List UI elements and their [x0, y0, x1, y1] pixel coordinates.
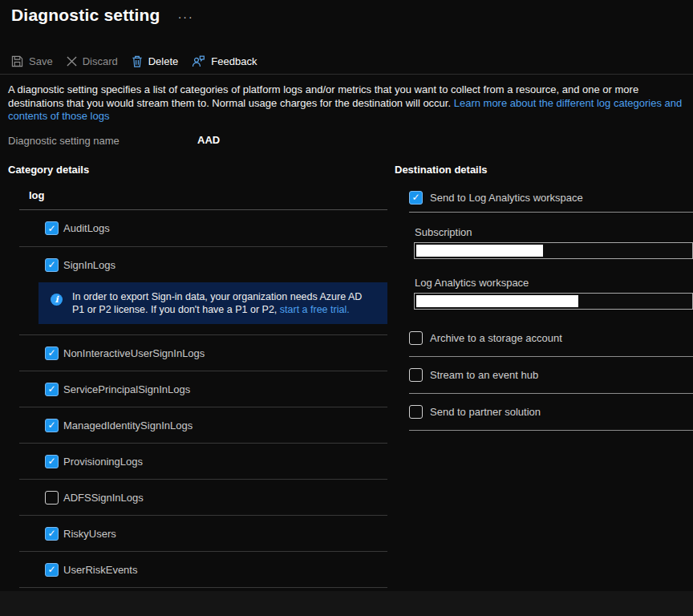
category-label: ADFSSignInLogs	[63, 492, 144, 504]
destination-row: ✓ Send to Log Analytics workspace	[409, 183, 693, 213]
category-row: ✓ ManagedIdentitySignInLogs	[19, 407, 387, 444]
subscription-dropdown[interactable]	[414, 242, 693, 259]
destination-row: Send to partner solution	[409, 394, 693, 431]
checkbox-risky-users[interactable]: ✓	[45, 527, 59, 541]
checkbox-send-to-log-analytics[interactable]: ✓	[409, 191, 423, 205]
delete-label: Delete	[148, 55, 179, 67]
workspace-selected-value	[416, 295, 578, 307]
category-row: ✓ ProvisioningLogs	[19, 444, 387, 480]
subscription-label: Subscription	[415, 226, 693, 238]
category-row: ✓ ServicePrincipalSignInLogs	[19, 371, 387, 407]
delete-icon	[132, 55, 143, 67]
signin-info-banner: i In order to export Sign-in data, your …	[38, 282, 387, 324]
destination-label: Send to partner solution	[430, 406, 541, 418]
page-title: Diagnostic setting	[11, 6, 160, 25]
page-header: Diagnostic setting ···	[11, 6, 194, 25]
more-options-button[interactable]: ···	[178, 13, 194, 21]
destination-details-title: Destination details	[395, 164, 488, 176]
checkbox-stream-event-hub[interactable]	[409, 368, 423, 382]
category-row: ✓ AuditLogs	[19, 210, 387, 247]
workspace-label: Log Analytics workspace	[415, 277, 693, 289]
category-label: NonInteractiveUserSignInLogs	[63, 347, 205, 359]
subscription-selected-value	[416, 245, 543, 257]
category-label: UserRiskEvents	[63, 564, 137, 576]
checkbox-service-principal-sign-in-logs[interactable]: ✓	[45, 383, 59, 396]
command-bar: Save Discard Delete Feedback	[11, 51, 257, 71]
diagnostic-setting-name-label: Diagnostic setting name	[8, 135, 120, 147]
destination-list: ✓ Send to Log Analytics workspace Subscr…	[395, 183, 693, 431]
delete-button[interactable]: Delete	[132, 54, 179, 69]
workspace-dropdown[interactable]	[414, 293, 693, 310]
destination-row: Archive to a storage account	[409, 320, 693, 357]
checkbox-sign-in-logs[interactable]: ✓	[45, 258, 59, 272]
feedback-button[interactable]: Feedback	[192, 54, 257, 69]
discard-label: Discard	[83, 55, 118, 67]
category-row: ✓ RiskyUsers	[19, 516, 387, 552]
destination-row: Stream to an event hub	[409, 357, 693, 394]
checkbox-send-partner-solution[interactable]	[409, 405, 423, 419]
category-row: ADFSSignInLogs	[19, 480, 387, 516]
save-button[interactable]: Save	[11, 54, 53, 69]
save-label: Save	[29, 55, 53, 67]
category-label: ProvisioningLogs	[63, 456, 143, 468]
category-row: ✓ UserRiskEvents	[19, 552, 387, 588]
description-text: A diagnostic setting specifies a list of…	[8, 83, 687, 124]
category-label: SignInLogs	[63, 259, 116, 271]
category-row: ✓ NonInteractiveUserSignInLogs	[19, 335, 387, 371]
destination-label: Stream to an event hub	[430, 369, 538, 381]
checkbox-audit-logs[interactable]: ✓	[45, 221, 59, 235]
category-details-title: Category details	[8, 164, 89, 176]
destination-label: Archive to a storage account	[430, 332, 562, 344]
category-list: log ✓ AuditLogs ✓ SignInLogs i In order …	[19, 189, 387, 588]
toolbar-divider	[0, 74, 693, 75]
diagnostic-setting-name-value: AAD	[197, 134, 220, 146]
category-label: ServicePrincipalSignInLogs	[63, 383, 190, 395]
discard-button[interactable]: Discard	[67, 54, 118, 69]
destination-label: Send to Log Analytics workspace	[430, 192, 583, 204]
discard-icon	[67, 56, 77, 67]
log-group-header: log	[19, 189, 387, 209]
category-label: ManagedIdentitySignInLogs	[63, 419, 192, 432]
category-label: AuditLogs	[63, 222, 110, 234]
category-row: ✓ SignInLogs	[19, 247, 387, 282]
info-icon: i	[51, 294, 63, 306]
category-label: RiskyUsers	[63, 528, 116, 540]
checkbox-non-interactive-user-sign-in-logs[interactable]: ✓	[45, 346, 59, 360]
feedback-icon	[192, 55, 205, 67]
checkbox-user-risk-events[interactable]: ✓	[45, 563, 59, 577]
checkbox-adfs-sign-in-logs[interactable]	[45, 491, 59, 505]
footer-band	[0, 591, 693, 616]
checkbox-provisioning-logs[interactable]: ✓	[45, 455, 59, 468]
feedback-label: Feedback	[211, 55, 257, 67]
checkbox-archive-storage[interactable]	[409, 331, 423, 345]
checkbox-managed-identity-sign-in-logs[interactable]: ✓	[45, 419, 59, 432]
free-trial-link[interactable]: start a free trial.	[280, 304, 350, 315]
save-icon	[11, 55, 23, 67]
